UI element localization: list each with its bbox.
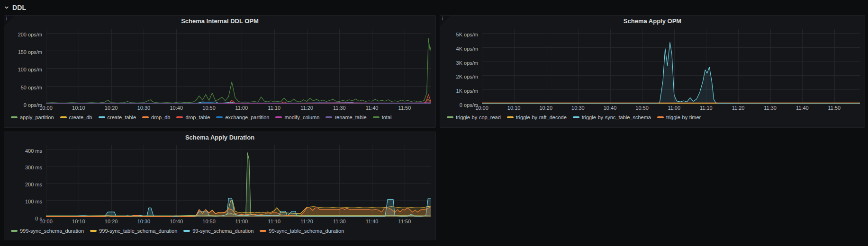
legend-label: drop_db xyxy=(151,114,170,120)
y-tick-label: 3K ops/m xyxy=(456,60,478,66)
legend-label: 99-sync_schema_duration xyxy=(192,228,253,234)
panel-title-schema-apply-opm[interactable]: Schema Apply OPM xyxy=(440,16,865,27)
legend-label: create_table xyxy=(108,114,136,120)
legend-swatch-icon xyxy=(176,116,183,118)
x-tick-label: 11:40 xyxy=(366,105,379,111)
legend-item-triggle-by-raft_decode[interactable]: triggle-by-raft_decode xyxy=(507,114,567,120)
x-tick-label: 11:10 xyxy=(268,219,280,224)
x-tick-label: 11:40 xyxy=(796,105,809,111)
legend-label: 99-sync_table_schema_duration xyxy=(269,228,344,234)
legend-item-99-sync_table_schema_duration[interactable]: 99-sync_table_schema_duration xyxy=(260,228,344,234)
legend-schema-apply-opm: triggle-by-cop_readtriggle-by-raft_decod… xyxy=(440,112,865,120)
panel-title-schema-apply-duration[interactable]: Schema Apply Duration xyxy=(4,132,435,143)
legend-swatch-icon xyxy=(90,230,97,232)
legend-item-drop_table[interactable]: drop_table xyxy=(176,114,210,120)
x-axis: 10:0010:1010:2010:3010:4010:5011:0011:10… xyxy=(46,104,431,112)
x-tick-label: 10:30 xyxy=(137,105,151,111)
legend-label: 999-sync_schema_duration xyxy=(20,228,84,234)
dashboard-row-ddl[interactable]: DDL xyxy=(4,2,26,13)
chart-schema-apply-duration: 0 s100 ms200 ms300 ms400 ms10:0010:1010:… xyxy=(4,143,435,225)
legend-swatch-icon xyxy=(373,116,380,118)
legend-item-total[interactable]: total xyxy=(373,114,392,120)
plot-area: 10:0010:1010:2010:3010:4010:5011:0011:10… xyxy=(46,29,431,112)
x-tick-label: 11:50 xyxy=(828,105,841,111)
legend-item-apply_partition[interactable]: apply_partition xyxy=(11,114,54,120)
plot-canvas[interactable] xyxy=(482,29,860,104)
legend-label: apply_partition xyxy=(20,114,54,120)
legend-item-triggle-by-timer[interactable]: triggle-by-timer xyxy=(657,114,701,120)
legend-label: drop_table xyxy=(185,114,210,120)
x-tick-label: 11:20 xyxy=(300,219,313,224)
y-tick-label: 400 ms xyxy=(25,148,42,154)
x-tick-label: 10:50 xyxy=(202,219,216,224)
legend-item-99-sync_schema_duration[interactable]: 99-sync_schema_duration xyxy=(183,228,253,234)
panel-title-schema-internal-ddl-opm[interactable]: Schema Internal DDL OPM xyxy=(4,16,435,27)
x-tick-label: 10:10 xyxy=(72,219,85,224)
legend-swatch-icon xyxy=(275,116,282,118)
legend-item-triggle-by-sync_table_schema[interactable]: triggle-by-sync_table_schema xyxy=(573,114,651,120)
x-tick-label: 10:20 xyxy=(539,105,552,111)
legend-label: exchange_partition xyxy=(225,114,269,120)
legend-item-create_table[interactable]: create_table xyxy=(99,114,136,120)
x-axis: 10:0010:1010:2010:3010:4010:5011:0011:10… xyxy=(482,104,860,112)
legend-swatch-icon xyxy=(657,116,664,118)
legend-swatch-icon xyxy=(60,116,67,118)
legend-swatch-icon xyxy=(260,230,266,232)
legend-label: modify_column xyxy=(284,114,319,120)
y-tick-label: 200 ops/m xyxy=(18,32,42,37)
x-tick-label: 10:40 xyxy=(604,105,617,111)
panel-schema-apply-opm: i Schema Apply OPM 0 ops/m1K ops/m2K ops… xyxy=(440,15,865,128)
x-tick-label: 11:40 xyxy=(366,219,379,224)
y-tick-label: 150 ops/m xyxy=(18,49,42,55)
legend-label: triggle-by-timer xyxy=(666,114,701,120)
series-line-total xyxy=(46,38,431,103)
x-tick-label: 11:00 xyxy=(235,219,248,224)
legend-item-triggle-by-cop_read[interactable]: triggle-by-cop_read xyxy=(447,114,501,120)
legend-swatch-icon xyxy=(326,116,332,118)
x-tick-label: 11:00 xyxy=(235,105,248,111)
y-tick-label: 200 ms xyxy=(25,182,42,187)
legend-swatch-icon xyxy=(99,116,105,118)
legend-label: triggle-by-raft_decode xyxy=(516,114,567,120)
chart-schema-apply-opm: 0 ops/m1K ops/m2K ops/m3K ops/m4K ops/m5… xyxy=(440,27,865,112)
legend-item-modify_column[interactable]: modify_column xyxy=(275,114,319,120)
plot-canvas[interactable] xyxy=(46,145,431,217)
x-tick-label: 10:10 xyxy=(72,105,85,111)
legend-label: 999-sync_table_schema_duration xyxy=(99,228,177,234)
x-tick-label: 10:30 xyxy=(571,105,585,111)
y-axis: 0 ops/m1K ops/m2K ops/m3K ops/m4K ops/m5… xyxy=(440,29,482,112)
legend-swatch-icon xyxy=(216,116,223,118)
x-tick-label: 11:20 xyxy=(300,105,313,111)
legend-item-create_db[interactable]: create_db xyxy=(60,114,92,120)
y-axis: 0 s100 ms200 ms300 ms400 ms xyxy=(4,145,46,225)
legend-item-999-sync_schema_duration[interactable]: 999-sync_schema_duration xyxy=(11,228,84,234)
plot-area: 10:0010:1010:2010:3010:4010:5011:0011:10… xyxy=(46,145,431,225)
plot-canvas[interactable] xyxy=(46,29,431,104)
y-tick-label: 2K ops/m xyxy=(456,74,478,79)
legend-swatch-icon xyxy=(507,116,514,118)
legend-item-rename_table[interactable]: rename_table xyxy=(326,114,366,120)
legend-label: triggle-by-cop_read xyxy=(456,114,501,120)
x-tick-label: 10:10 xyxy=(507,105,521,111)
x-tick-label: 11:00 xyxy=(668,105,680,111)
info-icon: i xyxy=(6,16,7,21)
legend-label: rename_table xyxy=(335,114,366,120)
series-fill-total xyxy=(46,38,431,104)
chart-schema-internal-ddl-opm: 0 ops/m50 ops/m100 ops/m150 ops/m200 ops… xyxy=(4,27,435,112)
x-tick-label: 11:30 xyxy=(333,219,346,224)
legend-item-exchange_partition[interactable]: exchange_partition xyxy=(216,114,269,120)
series-line-999-sync_schema_duration xyxy=(46,153,431,216)
x-tick-label: 11:20 xyxy=(732,105,745,111)
x-tick-label: 10:00 xyxy=(475,105,488,111)
legend-item-drop_db[interactable]: drop_db xyxy=(142,114,170,120)
y-tick-label: 5K ops/m xyxy=(456,32,478,37)
y-axis: 0 ops/m50 ops/m100 ops/m150 ops/m200 ops… xyxy=(4,29,46,112)
legend-swatch-icon xyxy=(142,116,149,118)
legend-label: triggle-by-sync_table_schema xyxy=(582,114,651,120)
legend-schema-apply-duration: 999-sync_schema_duration999-sync_table_s… xyxy=(4,225,435,234)
x-tick-label: 10:20 xyxy=(105,219,118,224)
legend-item-999-sync_table_schema_duration[interactable]: 999-sync_table_schema_duration xyxy=(90,228,177,234)
y-tick-label: 300 ms xyxy=(25,165,42,170)
x-tick-label: 10:50 xyxy=(635,105,649,111)
y-tick-label: 100 ops/m xyxy=(18,67,42,72)
